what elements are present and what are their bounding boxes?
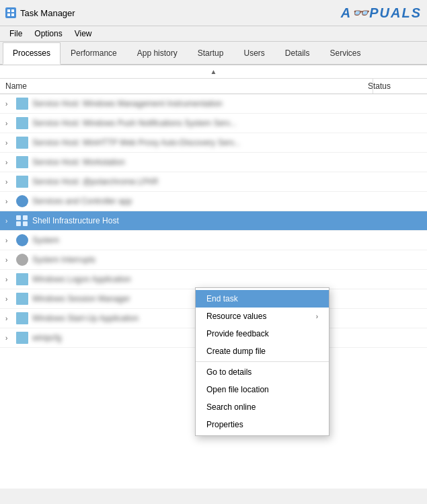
- process-name: Service Host: Windows Management Instrum…: [32, 99, 422, 108]
- context-menu-item-create-dump[interactable]: Create dump file: [196, 343, 329, 360]
- process-icon: [16, 293, 28, 305]
- context-menu-item-open-file-location[interactable]: Open file location: [196, 381, 329, 398]
- process-icon: [16, 254, 28, 266]
- ctx-label-properties: Properties: [206, 420, 243, 429]
- tab-services[interactable]: Services: [320, 42, 371, 65]
- ctx-label-search-online: Search online: [206, 402, 256, 412]
- column-name[interactable]: Name: [5, 81, 368, 91]
- appuals-logo: A👓PUALS: [341, 4, 422, 22]
- expand-icon: ›: [5, 334, 16, 342]
- table-row[interactable]: › Service Host: Workstation: [0, 153, 427, 172]
- window-title: Task Manager: [20, 8, 75, 18]
- ctx-label-resource-values: Resource values: [206, 312, 266, 321]
- tab-processes[interactable]: Processes: [3, 42, 61, 65]
- expand-icon: ›: [5, 256, 16, 264]
- svg-rect-2: [7, 13, 10, 16]
- process-icon: [16, 98, 28, 110]
- context-menu-item-end-task[interactable]: End task: [196, 290, 329, 308]
- table-row[interactable]: › Service Host: WinHTTP Web Proxy Auto-D…: [0, 133, 427, 153]
- expand-icon: ›: [5, 315, 16, 322]
- expand-icon: ›: [5, 217, 16, 225]
- collapse-arrow-icon: ▲: [210, 68, 217, 75]
- ctx-label-open-file-location: Open file location: [206, 385, 269, 394]
- menu-file[interactable]: File: [4, 28, 28, 40]
- process-name: System Interrupts: [32, 255, 422, 264]
- main-area: ▲ Name Status › Service Host: Windows Ma…: [0, 65, 427, 489]
- column-status[interactable]: Status: [368, 81, 422, 91]
- process-name: Shell Infrastructure Host: [32, 216, 422, 225]
- menu-bar: File Options View: [0, 26, 427, 42]
- menu-options[interactable]: Options: [29, 28, 67, 40]
- process-name: Service Host: Windows Push Notifications…: [32, 118, 422, 128]
- svg-rect-1: [11, 9, 14, 12]
- collapse-bar[interactable]: ▲: [0, 65, 427, 79]
- tab-bar: Processes Performance App history Startu…: [0, 42, 427, 65]
- expand-icon: ›: [5, 100, 16, 108]
- table-header: Name Status: [0, 79, 427, 94]
- table-row[interactable]: › System Interrupts: [0, 250, 427, 270]
- tab-performance[interactable]: Performance: [61, 42, 127, 65]
- expand-icon: ›: [5, 120, 16, 127]
- expand-icon: ›: [5, 178, 16, 186]
- table-row[interactable]: › Service Host: @polarchrome.LPAR: [0, 172, 427, 192]
- process-icon: [16, 137, 28, 149]
- process-name: Services and Controller app: [32, 196, 422, 206]
- table-row[interactable]: › Shell Infrastructure Host: [0, 211, 427, 231]
- process-name: Windows Logon Application: [32, 275, 422, 284]
- ctx-label-provide-feedback: Provide feedback: [206, 329, 269, 338]
- process-name: Service Host: WinHTTP Web Proxy Auto-Dis…: [32, 138, 422, 147]
- expand-icon: ›: [5, 237, 16, 244]
- process-icon: [16, 176, 28, 188]
- column-divider: [373, 79, 373, 94]
- table-row[interactable]: › Service Host: Windows Management Instr…: [0, 94, 427, 114]
- menu-view[interactable]: View: [69, 28, 98, 40]
- expand-icon: ›: [5, 295, 16, 303]
- context-menu: End task Resource values › Provide feedb…: [195, 287, 329, 436]
- context-menu-item-provide-feedback[interactable]: Provide feedback: [196, 325, 329, 343]
- context-menu-item-resource-values[interactable]: Resource values ›: [196, 308, 329, 325]
- ctx-label-create-dump: Create dump file: [206, 347, 266, 356]
- context-menu-item-go-to-details[interactable]: Go to details: [196, 361, 329, 381]
- process-icon: [16, 215, 28, 227]
- svg-rect-0: [7, 9, 10, 12]
- context-menu-item-properties[interactable]: Properties: [196, 416, 329, 433]
- process-name: Service Host: @polarchrome.LPAR: [32, 177, 422, 186]
- table-row[interactable]: › System: [0, 231, 427, 250]
- title-bar: Task Manager A👓PUALS: [0, 0, 427, 26]
- process-icon: [16, 234, 28, 246]
- tab-details[interactable]: Details: [275, 42, 320, 65]
- expand-icon: ›: [5, 159, 16, 166]
- process-icon: [16, 332, 28, 344]
- process-icon: [16, 195, 28, 207]
- context-menu-item-search-online[interactable]: Search online: [196, 398, 329, 416]
- process-icon: [16, 156, 28, 168]
- process-name: System: [32, 236, 422, 245]
- process-icon: [16, 117, 28, 129]
- process-icon: [16, 273, 28, 285]
- expand-icon: ›: [5, 139, 16, 147]
- expand-icon: ›: [5, 198, 16, 205]
- tab-users[interactable]: Users: [233, 42, 274, 65]
- app-icon: [5, 7, 16, 18]
- svg-rect-3: [11, 13, 14, 16]
- tab-app-history[interactable]: App history: [127, 42, 188, 65]
- tab-startup[interactable]: Startup: [188, 42, 234, 65]
- table-row[interactable]: › Windows Logon Application: [0, 270, 427, 289]
- submenu-arrow-icon: ›: [316, 313, 318, 320]
- process-name: Service Host: Workstation: [32, 157, 422, 167]
- expand-icon: ›: [5, 276, 16, 283]
- table-row[interactable]: › Services and Controller app: [0, 192, 427, 211]
- process-icon: [16, 312, 28, 324]
- ctx-label-end-task: End task: [206, 294, 238, 303]
- ctx-label-go-to-details: Go to details: [206, 367, 251, 377]
- table-row[interactable]: › Service Host: Windows Push Notificatio…: [0, 114, 427, 133]
